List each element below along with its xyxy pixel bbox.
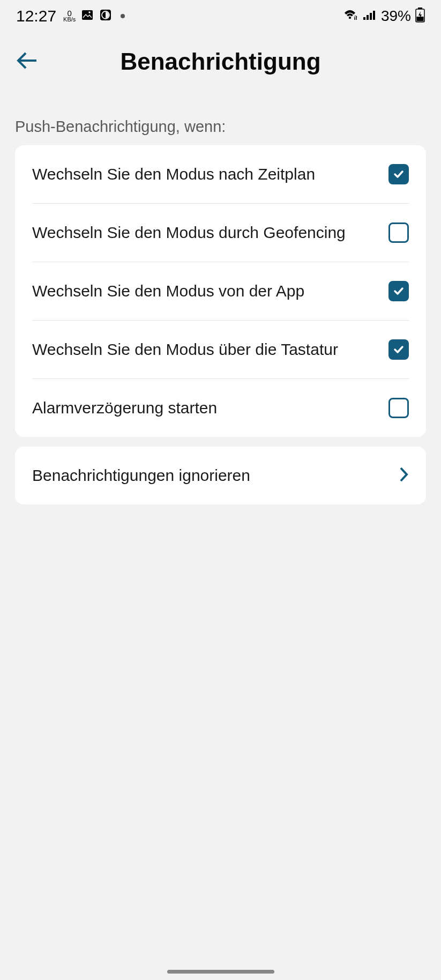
checkbox-checked-icon[interactable] <box>388 164 409 184</box>
option-label: Wechseln Sie den Modus durch Geofencing <box>32 222 388 243</box>
chevron-right-icon <box>399 466 409 485</box>
cellular-signal-icon <box>363 9 377 23</box>
status-left: 12:27 0 KB/s <box>16 7 125 25</box>
svg-rect-6 <box>367 15 369 20</box>
home-indicator[interactable] <box>167 970 274 974</box>
more-notifications-dot-icon <box>121 14 125 18</box>
status-time: 12:27 <box>16 7 56 25</box>
checkbox-unchecked-icon[interactable] <box>388 398 409 418</box>
checkbox-unchecked-icon[interactable] <box>388 222 409 243</box>
app-header: Benachrichtigung <box>0 32 441 86</box>
option-switch-mode-schedule[interactable]: Wechseln Sie den Modus nach Zeitplan <box>15 145 426 203</box>
option-switch-mode-geofencing[interactable]: Wechseln Sie den Modus durch Geofencing <box>15 204 426 262</box>
svg-rect-8 <box>373 11 375 20</box>
section-label: Push-Benachrichtigung, wenn: <box>0 86 441 145</box>
svg-point-4 <box>349 17 351 19</box>
checkbox-checked-icon[interactable] <box>388 281 409 301</box>
ignore-notifications-button[interactable]: Benachrichtigungen ignorieren <box>15 447 426 504</box>
option-label: Wechseln Sie den Modus nach Zeitplan <box>32 164 388 184</box>
network-speed-indicator: 0 KB/s <box>63 10 76 22</box>
battery-charging-icon <box>415 8 425 25</box>
wifi-icon <box>343 9 358 23</box>
svg-rect-0 <box>82 10 93 20</box>
option-label: Wechseln Sie den Modus von der App <box>32 281 388 301</box>
status-right: 39% <box>343 8 425 25</box>
option-label: Alarmverzögerung starten <box>32 398 388 418</box>
svg-point-1 <box>89 11 91 13</box>
checkbox-checked-icon[interactable] <box>388 339 409 360</box>
page-title: Benachrichtigung <box>15 48 426 75</box>
picture-icon <box>81 9 94 24</box>
notification-options-card: Wechseln Sie den Modus nach Zeitplan Wec… <box>15 145 426 437</box>
nav-label: Benachrichtigungen ignorieren <box>32 465 399 486</box>
app-badge-icon <box>99 9 112 24</box>
option-alarm-delay-start[interactable]: Alarmverzögerung starten <box>15 379 426 437</box>
back-arrow-icon[interactable] <box>15 48 41 76</box>
navigation-card: Benachrichtigungen ignorieren <box>15 447 426 504</box>
battery-percentage: 39% <box>381 8 411 25</box>
svg-rect-5 <box>363 17 365 20</box>
svg-rect-7 <box>370 13 372 20</box>
status-bar: 12:27 0 KB/s <box>0 0 441 32</box>
option-switch-mode-keyboard[interactable]: Wechseln Sie den Modus über die Tastatur <box>15 321 426 378</box>
option-switch-mode-app[interactable]: Wechseln Sie den Modus von der App <box>15 262 426 320</box>
option-label: Wechseln Sie den Modus über die Tastatur <box>32 339 388 360</box>
